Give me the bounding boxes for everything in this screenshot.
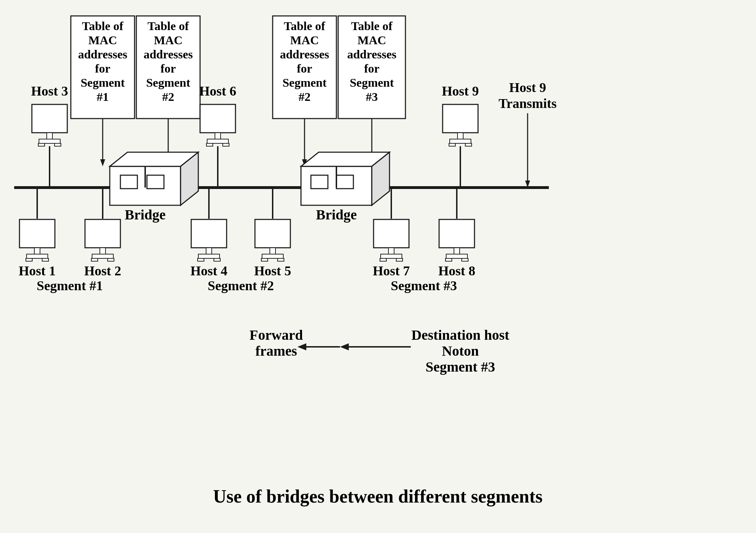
svg-rect-54 xyxy=(92,254,113,258)
svg-text:#3: #3 xyxy=(366,90,378,103)
svg-rect-71 xyxy=(223,143,229,146)
svg-text:frames: frames xyxy=(255,343,297,359)
svg-rect-74 xyxy=(191,219,227,248)
svg-text:Noton: Noton xyxy=(442,343,479,359)
svg-text:MAC: MAC xyxy=(154,34,182,47)
svg-text:addresses: addresses xyxy=(78,48,127,61)
svg-text:Segment #3: Segment #3 xyxy=(391,278,457,293)
svg-rect-61 xyxy=(120,175,137,189)
svg-rect-38 xyxy=(32,104,67,133)
svg-text:MAC: MAC xyxy=(357,34,386,47)
svg-text:for: for xyxy=(297,62,312,75)
svg-rect-100 xyxy=(465,143,472,146)
svg-text:Segment: Segment xyxy=(81,76,125,89)
svg-rect-76 xyxy=(198,254,220,258)
svg-text:for: for xyxy=(95,62,110,75)
svg-rect-69 xyxy=(207,139,228,143)
svg-text:Bridge: Bridge xyxy=(316,207,357,223)
svg-rect-117 xyxy=(445,258,452,261)
svg-rect-40 xyxy=(39,139,60,143)
svg-rect-96 xyxy=(443,104,478,133)
svg-rect-62 xyxy=(147,175,164,189)
svg-rect-83 xyxy=(262,254,283,258)
svg-text:Table of: Table of xyxy=(82,19,124,33)
svg-rect-45 xyxy=(19,219,55,248)
svg-rect-110 xyxy=(380,258,386,261)
svg-rect-46 xyxy=(34,248,40,254)
svg-text:#2: #2 xyxy=(162,90,174,103)
svg-text:Segment #3: Segment #3 xyxy=(426,359,495,375)
svg-text:Bridge: Bridge xyxy=(125,207,166,223)
svg-text:Host 5: Host 5 xyxy=(254,263,291,278)
svg-rect-109 xyxy=(381,254,402,258)
svg-rect-82 xyxy=(270,248,275,254)
svg-text:Forward: Forward xyxy=(249,327,303,343)
svg-rect-116 xyxy=(446,254,467,258)
svg-rect-97 xyxy=(457,133,463,139)
svg-rect-118 xyxy=(462,258,468,261)
svg-rect-81 xyxy=(255,219,290,248)
svg-text:for: for xyxy=(364,62,379,75)
svg-text:Segment #1: Segment #1 xyxy=(37,278,103,293)
svg-rect-55 xyxy=(91,258,98,261)
svg-rect-77 xyxy=(198,258,204,261)
svg-text:#1: #1 xyxy=(97,90,109,103)
svg-text:Use of bridges between differe: Use of bridges between different segment… xyxy=(213,486,543,506)
svg-rect-111 xyxy=(396,258,403,261)
svg-rect-99 xyxy=(449,143,455,146)
svg-rect-48 xyxy=(26,258,32,261)
svg-text:addresses: addresses xyxy=(280,48,329,61)
svg-rect-52 xyxy=(85,219,120,248)
svg-text:Segment: Segment xyxy=(350,76,394,89)
svg-rect-67 xyxy=(200,104,235,133)
svg-text:Table of: Table of xyxy=(351,19,393,33)
svg-text:MAC: MAC xyxy=(88,34,117,47)
svg-rect-39 xyxy=(47,133,52,139)
svg-rect-78 xyxy=(214,258,220,261)
svg-rect-114 xyxy=(439,219,474,248)
svg-rect-107 xyxy=(374,219,409,248)
svg-text:Destination host: Destination host xyxy=(411,327,510,343)
svg-text:Host 9: Host 9 xyxy=(509,80,546,95)
svg-text:Segment: Segment xyxy=(146,76,191,89)
svg-text:Host 8: Host 8 xyxy=(438,263,476,278)
diagram-container: Table of MAC addresses for Segment #1 Ta… xyxy=(0,0,756,533)
svg-rect-98 xyxy=(450,139,471,143)
svg-text:#2: #2 xyxy=(299,90,311,103)
svg-rect-84 xyxy=(261,258,268,261)
svg-text:for: for xyxy=(160,62,176,75)
svg-text:addresses: addresses xyxy=(143,48,193,61)
svg-rect-47 xyxy=(27,254,48,258)
svg-text:Host 1: Host 1 xyxy=(19,263,56,278)
svg-text:Segment #2: Segment #2 xyxy=(208,278,274,293)
svg-text:Host 3: Host 3 xyxy=(31,84,68,98)
svg-text:addresses: addresses xyxy=(347,48,396,61)
svg-text:Host 4: Host 4 xyxy=(191,263,228,278)
svg-rect-70 xyxy=(206,143,213,146)
svg-rect-90 xyxy=(311,175,328,189)
svg-text:Transmits: Transmits xyxy=(499,96,557,111)
svg-text:Table of: Table of xyxy=(148,19,189,33)
svg-rect-49 xyxy=(42,258,49,261)
svg-text:MAC: MAC xyxy=(290,34,319,47)
svg-text:Host 2: Host 2 xyxy=(84,263,121,278)
svg-text:Segment: Segment xyxy=(283,76,327,89)
svg-text:Host 6: Host 6 xyxy=(199,84,237,98)
svg-rect-53 xyxy=(100,248,106,254)
svg-text:Host 9: Host 9 xyxy=(442,84,479,98)
svg-rect-85 xyxy=(278,258,284,261)
svg-rect-108 xyxy=(388,248,394,254)
svg-rect-68 xyxy=(215,133,221,139)
svg-rect-56 xyxy=(108,258,114,261)
svg-rect-41 xyxy=(38,143,45,146)
svg-text:Table of: Table of xyxy=(284,19,326,33)
svg-rect-75 xyxy=(206,248,212,254)
svg-text:Host 7: Host 7 xyxy=(373,263,410,278)
svg-rect-91 xyxy=(336,175,353,189)
svg-rect-42 xyxy=(55,143,61,146)
svg-rect-115 xyxy=(454,248,460,254)
